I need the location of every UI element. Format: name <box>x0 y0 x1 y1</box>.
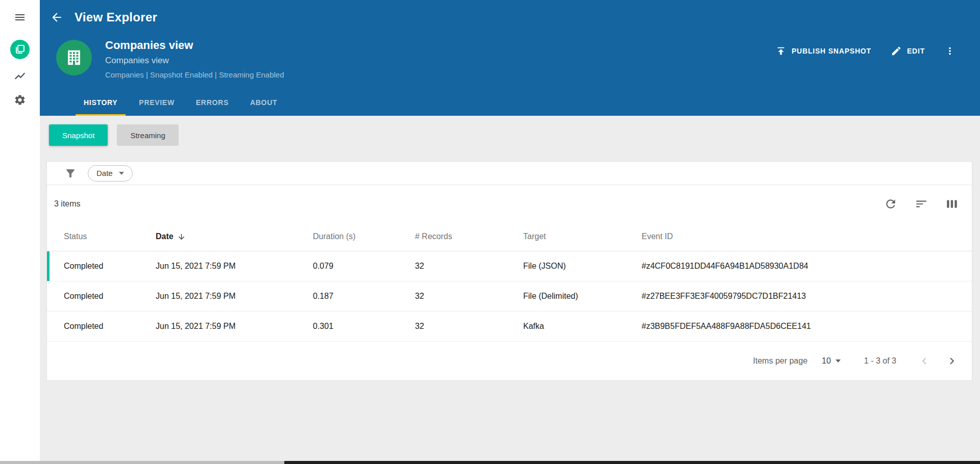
history-card: Date 3 items Status Date Duration (s) # … <box>46 161 972 381</box>
horizontal-scrollbar[interactable] <box>0 461 980 464</box>
sort-icon[interactable] <box>915 197 928 211</box>
cell-duration: 0.079 <box>313 262 415 271</box>
page-size-select[interactable]: 10 <box>822 356 841 366</box>
header-actions: PUBLISH SNAPSHOT EDIT <box>775 43 955 59</box>
cell-event-id: #z3B9B5FDEF5AA488F9A88FDA5D6CEE141 <box>642 322 972 331</box>
refresh-icon[interactable] <box>884 197 897 211</box>
column-header-target[interactable]: Target <box>523 232 642 241</box>
left-rail <box>0 0 40 464</box>
cell-target: File (JSON) <box>523 262 642 271</box>
view-avatar <box>56 40 92 75</box>
kebab-menu-icon[interactable] <box>944 45 955 57</box>
cell-status: Completed <box>64 292 156 301</box>
cell-target: File (Delimited) <box>523 292 642 301</box>
filter-funnel-icon[interactable] <box>64 167 77 179</box>
page-title: View Explorer <box>75 10 157 24</box>
previous-page-icon[interactable] <box>918 354 931 368</box>
tab-preview[interactable]: PREVIEW <box>131 90 182 116</box>
cell-records: 32 <box>415 292 523 301</box>
column-header-date[interactable]: Date <box>156 232 313 241</box>
date-filter-label: Date <box>96 169 113 177</box>
column-header-event-id[interactable]: Event ID <box>642 232 972 241</box>
view-explorer-screen: View Explorer Companies view Companies v… <box>0 0 980 464</box>
tab-history[interactable]: HISTORY <box>76 90 126 116</box>
edit-label: EDIT <box>907 47 925 55</box>
results-toolbar: 3 items <box>47 185 972 222</box>
chevron-down-icon <box>119 172 124 175</box>
streaming-toggle-button[interactable]: Streaming <box>117 124 178 146</box>
building-icon <box>64 48 84 67</box>
pagination-bar: Items per page 10 1 - 3 of 3 <box>47 342 972 380</box>
app-header: View Explorer Companies view Companies v… <box>40 0 980 116</box>
sort-desc-arrow-icon <box>177 233 186 241</box>
date-filter-dropdown[interactable]: Date <box>88 165 133 182</box>
cell-date: Jun 15, 2021 7:59 PM <box>156 292 313 301</box>
cell-date: Jun 15, 2021 7:59 PM <box>156 262 313 271</box>
view-header: Companies view Companies view Companies … <box>40 35 980 79</box>
table-tools <box>884 197 959 211</box>
view-title-block: Companies view Companies view Companies … <box>105 35 284 79</box>
trend-chart-icon[interactable] <box>14 70 26 82</box>
publish-snapshot-button[interactable]: PUBLISH SNAPSHOT <box>775 45 871 57</box>
horizontal-scrollbar-thumb[interactable] <box>284 461 980 464</box>
cell-duration: 0.187 <box>313 292 415 301</box>
hamburger-menu-icon[interactable] <box>14 11 26 23</box>
filter-bar: Date <box>47 162 972 185</box>
view-meta: Companies | Snapshot Enabled | Streaming… <box>105 70 284 79</box>
snapshot-toggle-button[interactable]: Snapshot <box>49 124 108 146</box>
table-row[interactable]: Completed Jun 15, 2021 7:59 PM 0.301 32 … <box>47 312 972 342</box>
page-size-value: 10 <box>822 356 831 366</box>
tab-about[interactable]: ABOUT <box>242 90 285 116</box>
items-per-page-label: Items per page <box>753 356 807 366</box>
gear-icon[interactable] <box>14 94 26 106</box>
column-header-status[interactable]: Status <box>64 232 156 241</box>
cell-event-id: #z4CF0C8191DD44F6A94B1AD58930A1D84 <box>642 262 972 271</box>
tab-errors[interactable]: ERRORS <box>188 90 237 116</box>
mode-toggle: Snapshot Streaming <box>49 124 179 146</box>
tab-bar: HISTORY PREVIEW ERRORS ABOUT <box>40 90 290 116</box>
cell-records: 32 <box>415 322 523 331</box>
column-header-duration[interactable]: Duration (s) <box>313 232 415 241</box>
table-row[interactable]: Completed Jun 15, 2021 7:59 PM 0.079 32 … <box>47 251 972 281</box>
table-row[interactable]: Completed Jun 15, 2021 7:59 PM 0.187 32 … <box>47 281 972 312</box>
chevron-down-icon <box>836 359 841 363</box>
view-subtitle: Companies view <box>105 56 284 66</box>
cell-target: Kafka <box>523 322 642 331</box>
publish-snapshot-label: PUBLISH SNAPSHOT <box>792 47 871 55</box>
table-header-row: Status Date Duration (s) # Records Targe… <box>47 222 972 251</box>
cell-date: Jun 15, 2021 7:59 PM <box>156 322 313 331</box>
pencil-icon <box>891 45 902 57</box>
next-page-icon[interactable] <box>945 354 959 368</box>
cell-status: Completed <box>64 262 156 271</box>
views-logo-icon[interactable] <box>10 40 30 59</box>
view-title: Companies view <box>105 39 284 52</box>
column-header-date-label: Date <box>156 232 174 241</box>
items-count: 3 items <box>54 199 81 209</box>
columns-icon[interactable] <box>945 197 959 211</box>
edit-button[interactable]: EDIT <box>891 45 925 57</box>
page-range-label: 1 - 3 of 3 <box>864 356 896 366</box>
top-bar: View Explorer <box>40 0 980 35</box>
column-header-records[interactable]: # Records <box>415 232 523 241</box>
cell-status: Completed <box>64 322 156 331</box>
publish-icon <box>775 45 787 57</box>
back-arrow-icon[interactable] <box>50 11 63 24</box>
cell-records: 32 <box>415 262 523 271</box>
cell-event-id: #z27BEE3FF3E3F40059795DC7D1BF21413 <box>642 292 972 301</box>
cell-duration: 0.301 <box>313 322 415 331</box>
